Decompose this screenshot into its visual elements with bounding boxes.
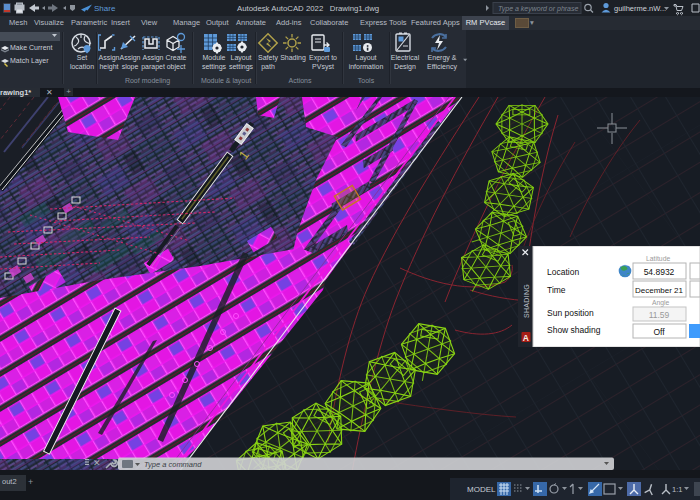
svg-text:Show shading: Show shading <box>547 325 601 335</box>
svg-text:Location: Location <box>547 267 579 277</box>
svg-text:Off: Off <box>653 327 665 337</box>
svg-text:Type a keyword or phrase: Type a keyword or phrase <box>498 5 579 13</box>
svg-text:Time: Time <box>547 285 566 295</box>
svg-text:A: A <box>523 333 529 343</box>
svg-text:Share: Share <box>94 4 116 13</box>
svg-text:54.8932: 54.8932 <box>644 267 675 277</box>
svg-text:Angle: Angle <box>652 299 670 307</box>
svg-text:1:1: 1:1 <box>672 485 682 494</box>
svg-text:guilherme.nW...: guilherme.nW... <box>614 4 666 13</box>
svg-text:Latitude: Latitude <box>646 255 670 262</box>
svg-text:Type a command: Type a command <box>144 460 202 469</box>
svg-text:11.59: 11.59 <box>649 310 670 320</box>
svg-text:SHADING: SHADING <box>523 284 530 318</box>
svg-text:Autodesk AutoCAD 2022 Drawin: Autodesk AutoCAD 2022 Drawing1.dwg <box>237 4 379 13</box>
svg-text:December 21: December 21 <box>635 286 684 295</box>
svg-text:✕: ✕ <box>93 458 101 468</box>
svg-text:Sun position: Sun position <box>547 308 594 318</box>
svg-text:MODEL: MODEL <box>467 485 496 494</box>
